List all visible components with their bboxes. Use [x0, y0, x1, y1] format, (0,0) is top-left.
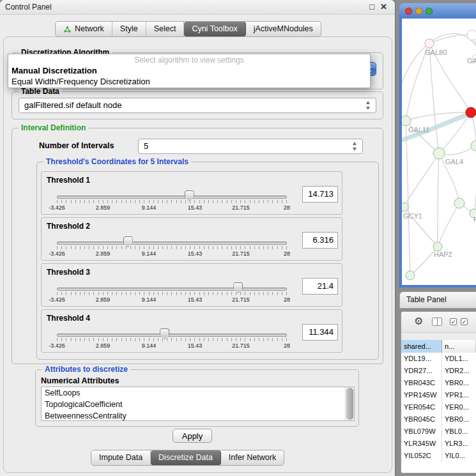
network-node[interactable]	[471, 141, 476, 151]
slider-scale: -3.4262.8599.14415.4321.71528	[57, 296, 287, 304]
node-label: GAL80	[425, 49, 447, 56]
network-node[interactable]	[406, 271, 415, 280]
control-panel-titlebar[interactable]: Control Panel □ ✕	[0, 0, 395, 15]
network-window-titlebar[interactable]	[399, 3, 476, 19]
table-cell: YBL0...	[442, 426, 476, 438]
network-edge[interactable]	[438, 203, 459, 247]
algorithm-dropdown: Select algorithm to view settings Manual…	[8, 54, 371, 88]
select-all-checkbox-icon[interactable]: ✓	[450, 318, 457, 325]
tick-label: 28	[284, 250, 290, 257]
tab-label: Style	[120, 22, 138, 36]
list-scrollbar[interactable]	[345, 387, 354, 420]
table-row[interactable]: YLR345WYLR3...	[401, 438, 476, 450]
tab-select[interactable]: Select	[146, 22, 185, 36]
threshold-slider[interactable]: -3.4262.8599.14415.4321.71528	[57, 190, 287, 213]
tick-label: 21.715	[232, 296, 250, 303]
dropdown-prompt: Select algorithm to view settings	[8, 55, 370, 65]
close-icon[interactable]: ✕	[380, 2, 387, 12]
minimize-traffic-light-icon[interactable]	[415, 8, 422, 15]
group-title-table-data: Table Data	[19, 87, 62, 96]
table-data-combo[interactable]: galFiltered.sif default node	[19, 98, 376, 113]
column-header-shared[interactable]: shared...	[401, 340, 442, 353]
table-row[interactable]: YPR145WYPR1...	[401, 389, 476, 401]
column-header-n[interactable]: n...	[442, 340, 476, 353]
slider-track[interactable]	[57, 242, 287, 245]
list-item[interactable]: SelfLoops	[42, 387, 354, 399]
table-cell: YDR2...	[442, 365, 476, 377]
tick-label: -3.426	[49, 296, 65, 303]
table-cell: YIL052C	[401, 450, 442, 462]
network-graph[interactable]: GAL80GAL8GAL11GAL4GCY1HAP2H	[402, 19, 476, 285]
slider-track[interactable]	[57, 196, 287, 199]
close-traffic-light-icon[interactable]	[405, 8, 412, 15]
threshold-value-field[interactable]: 21.4	[302, 278, 338, 295]
number-of-intervals-combo[interactable]: 5	[138, 139, 363, 154]
network-edge[interactable]	[404, 153, 439, 207]
table-cell: YBR0...	[442, 377, 476, 389]
float-window-icon[interactable]: □	[369, 2, 374, 12]
network-canvas[interactable]: GAL80GAL8GAL11GAL4GCY1HAP2H	[402, 19, 476, 285]
table-row[interactable]: YBR043CYBR0...	[401, 377, 476, 389]
network-node[interactable]	[467, 30, 476, 40]
number-of-intervals-value: 5	[139, 139, 362, 153]
table-row[interactable]: YDR27...YDR2...	[401, 365, 476, 377]
dropdown-option-manual-discretization[interactable]: Manual Discretization	[8, 65, 370, 76]
thresholds-container: Threshold 1-3.4262.8599.14415.4321.71528…	[37, 162, 378, 359]
threshold-value-field[interactable]: 6.316	[302, 232, 338, 249]
slider-track[interactable]	[57, 288, 287, 291]
threshold-slider[interactable]: -3.4262.8599.14415.4321.71528	[57, 328, 287, 351]
table-header-row: shared...n...	[401, 340, 476, 353]
control-panel-tabs: NetworkStyleSelectCyni ToolboxjActiveMNo…	[55, 21, 321, 37]
network-node[interactable]	[433, 148, 445, 159]
threshold-value-field[interactable]: 11.344	[302, 324, 338, 341]
zoom-traffic-light-icon[interactable]	[426, 8, 433, 15]
table-row[interactable]: YBR045CYBR0...	[401, 413, 476, 426]
tab-impute-data[interactable]: Impute Data	[91, 450, 151, 465]
attributes-list[interactable]: SelfLoopsTopologicalCoefficientBetweenne…	[41, 387, 355, 421]
table-panel-header[interactable]: Table Panel	[399, 291, 476, 309]
slider-scale: -3.4262.8599.14415.4321.71528	[57, 204, 287, 212]
tab-cyni-toolbox[interactable]: Cyni Toolbox	[184, 22, 245, 36]
threshold-slider[interactable]: -3.4262.8599.14415.4321.71528	[57, 236, 287, 259]
tab-infer-network[interactable]: Infer Network	[221, 450, 284, 465]
slider-scale: -3.4262.8599.14415.4321.71528	[57, 250, 287, 258]
tick-label: 9.144	[142, 342, 157, 349]
network-node[interactable]	[402, 203, 408, 211]
table-data-group: Table Data galFiltered.sif default node	[12, 91, 383, 119]
threshold-slider[interactable]: -3.4262.8599.14415.4321.71528	[57, 282, 287, 305]
network-edge[interactable]	[402, 34, 476, 100]
apply-button[interactable]: Apply	[173, 429, 212, 443]
network-edge[interactable]	[438, 153, 439, 247]
select-none-checkbox-icon[interactable]: ✓	[461, 318, 468, 325]
threshold-label: Threshold 4	[47, 314, 90, 323]
network-node[interactable]	[454, 198, 464, 208]
columns-icon[interactable]	[432, 318, 442, 326]
dropdown-option-equal-width-frequency[interactable]: Equal Width/Frequency Discretization	[8, 76, 370, 87]
table-row[interactable]: YDL19...YDL1...	[401, 353, 476, 365]
tab-jactivemnodules[interactable]: jActiveMNodules	[246, 22, 321, 36]
tab-style[interactable]: Style	[112, 22, 146, 36]
tab-discretize-data[interactable]: Discretize Data	[151, 450, 221, 465]
slider-track[interactable]	[57, 334, 287, 337]
tick-label: 15.43	[188, 342, 203, 349]
table-row[interactable]: YIL052CYIL0...	[401, 450, 476, 462]
network-edge[interactable]	[429, 35, 472, 43]
network-node[interactable]	[402, 116, 411, 126]
network-node[interactable]	[466, 107, 476, 118]
network-edge[interactable]	[406, 121, 410, 275]
network-node[interactable]	[433, 242, 442, 251]
list-item[interactable]: TopologicalCoefficient	[42, 399, 354, 410]
table-cell: YLR345W	[401, 438, 442, 450]
network-node[interactable]	[425, 39, 434, 48]
table-row[interactable]: YER054CYER0...	[401, 401, 476, 413]
gear-icon[interactable]: ⚙	[414, 316, 423, 327]
threshold-value-field[interactable]: 14.713	[302, 186, 338, 203]
threshold-label: Threshold 3	[47, 268, 90, 277]
threshold-label: Threshold 2	[47, 222, 90, 231]
table-row[interactable]: YBL079WYBL0...	[401, 426, 476, 438]
scrollbar-thumb[interactable]	[346, 388, 353, 420]
network-edge[interactable]	[471, 112, 476, 213]
tab-network[interactable]: Network	[56, 22, 112, 36]
list-item[interactable]: BetweennessCentrality	[42, 410, 354, 421]
tick-label: 21.715	[232, 250, 250, 257]
